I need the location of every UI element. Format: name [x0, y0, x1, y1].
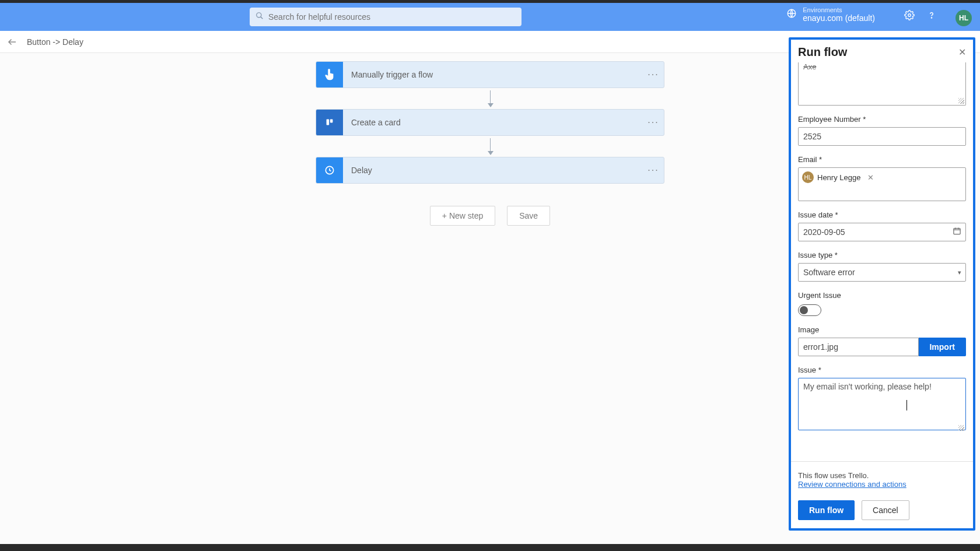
back-arrow-icon[interactable] — [7, 37, 18, 47]
import-button[interactable]: Import — [919, 338, 966, 356]
flow-step-trigger[interactable]: Manually trigger a flow ··· — [316, 61, 664, 88]
image-label: Image — [798, 325, 966, 334]
svg-line-1 — [261, 17, 263, 19]
svg-rect-10 — [954, 229, 960, 234]
people-chip: HL Henry Legge ✕ — [802, 171, 874, 183]
chevron-down-icon[interactable]: ▾ — [958, 269, 961, 276]
step-menu-icon[interactable]: ··· — [643, 69, 664, 80]
step-menu-icon[interactable]: ··· — [643, 117, 664, 128]
settings-icon[interactable] — [904, 10, 915, 23]
issue-date-input[interactable] — [798, 223, 966, 241]
name-field-value: Axe — [803, 62, 816, 71]
email-people-picker[interactable]: HL Henry Legge ✕ — [798, 167, 966, 201]
new-step-button[interactable]: + New step — [430, 206, 495, 226]
image-input[interactable] — [798, 338, 919, 356]
flow-step-label: Delay — [343, 166, 643, 175]
svg-point-0 — [257, 13, 261, 17]
touch-icon — [316, 61, 343, 88]
environment-icon — [786, 8, 797, 21]
run-flow-panel: Run flow ✕ Axe Employee Number * Email *… — [789, 37, 975, 531]
help-icon[interactable] — [926, 10, 937, 23]
panel-footer-note: This flow uses Trello. Review connection… — [791, 461, 973, 494]
issue-date-label: Issue date * — [798, 210, 966, 219]
app-header: Environments enayu.com (default) HL — [0, 3, 980, 31]
review-connections-link[interactable]: Review connections and actions — [798, 480, 907, 489]
bottom-bar — [0, 544, 980, 551]
svg-rect-7 — [327, 120, 330, 125]
environment-picker[interactable]: Environments enayu.com (default) — [786, 6, 875, 23]
resize-grip-icon[interactable] — [958, 425, 964, 431]
issue-textarea[interactable] — [798, 378, 966, 430]
step-menu-icon[interactable]: ··· — [643, 165, 664, 176]
employee-number-input[interactable] — [798, 127, 966, 146]
toggle-knob — [800, 306, 808, 314]
chip-remove-icon[interactable]: ✕ — [867, 173, 874, 182]
flow-arrow-icon — [490, 90, 491, 107]
flow-step-label: Create a card — [343, 118, 643, 127]
svg-point-3 — [908, 14, 911, 17]
urgent-toggle[interactable] — [798, 304, 821, 316]
employee-number-label: Employee Number * — [798, 115, 966, 124]
text-cursor — [907, 400, 907, 410]
chip-name: Henry Legge — [817, 173, 860, 182]
trello-icon — [316, 109, 343, 136]
svg-rect-8 — [330, 120, 333, 123]
global-search[interactable] — [250, 8, 522, 26]
panel-title: Run flow — [798, 45, 847, 59]
user-avatar[interactable]: HL — [956, 10, 972, 26]
environment-label: Environments — [803, 6, 875, 13]
environment-value: enayu.com (default) — [803, 13, 875, 23]
search-input[interactable] — [268, 12, 516, 22]
flow-step-create-card[interactable]: Create a card ··· — [316, 109, 664, 136]
calendar-icon[interactable] — [953, 227, 961, 238]
email-label: Email * — [798, 155, 966, 164]
footer-note-text: This flow uses Trello. — [798, 471, 869, 480]
issue-type-select[interactable] — [798, 263, 966, 282]
run-flow-button[interactable]: Run flow — [798, 500, 855, 520]
flow-arrow-icon — [490, 138, 491, 155]
chip-avatar: HL — [802, 171, 814, 183]
flow-step-delay[interactable]: Delay ··· — [316, 157, 664, 184]
svg-point-4 — [931, 17, 932, 18]
issue-label: Issue * — [798, 366, 966, 374]
breadcrumb-text: Button -> Delay — [27, 37, 83, 47]
cancel-button[interactable]: Cancel — [862, 500, 909, 520]
name-field-partial[interactable]: Axe — [798, 62, 966, 106]
search-icon — [256, 12, 264, 22]
clock-icon — [316, 157, 343, 184]
flow-step-label: Manually trigger a flow — [343, 70, 643, 79]
urgent-label: Urgent Issue — [798, 291, 966, 300]
issue-type-label: Issue type * — [798, 251, 966, 259]
close-icon[interactable]: ✕ — [958, 47, 966, 58]
resize-grip-icon[interactable] — [958, 98, 964, 104]
save-button[interactable]: Save — [507, 206, 550, 226]
